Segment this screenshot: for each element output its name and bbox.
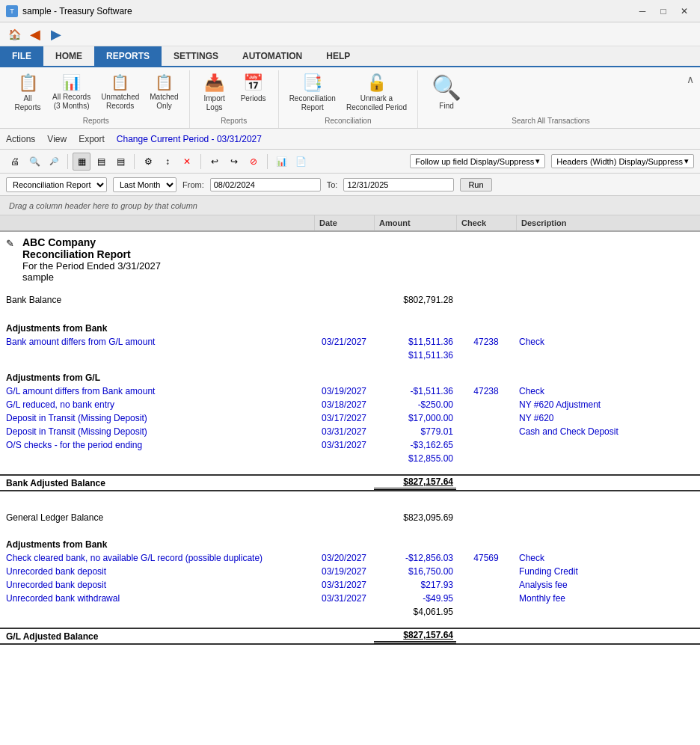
app-icon: T: [6, 5, 18, 17]
th-description[interactable]: Description: [516, 215, 700, 230]
adj-gl-row2-link[interactable]: G/L reduced, no bank entry: [6, 399, 114, 410]
adj-bank2-row3-desc[interactable]: Unrecorded bank deposit: [0, 579, 314, 591]
edit-icon[interactable]: ✎: [6, 238, 14, 249]
followup-chevron: ▾: [535, 156, 540, 166]
adj-gl-row1-desc[interactable]: G/L amount differs from Bank amount: [0, 385, 314, 397]
view-menu[interactable]: View: [47, 134, 67, 144]
adj-bank2-row1-link[interactable]: Check cleared bank, no available G/L rec…: [6, 553, 262, 563]
adj-gl-row1-link[interactable]: G/L amount differs from Bank amount: [6, 386, 155, 396]
undo-icon[interactable]: ↩: [206, 153, 224, 171]
filter-icon[interactable]: ⚙: [139, 153, 157, 171]
adj-bank-row1-link[interactable]: Bank amount differs from G/L amount: [6, 337, 155, 347]
th-check[interactable]: Check: [456, 215, 516, 230]
adj-gl-row3-desc[interactable]: Deposit in Transit (Missing Deposit): [0, 412, 314, 424]
period-select[interactable]: Last Month: [113, 177, 176, 192]
adj-bank2-row2-link[interactable]: Unrecorded bank deposit: [6, 566, 106, 577]
adj-gl-row4-desc[interactable]: Deposit in Transit (Missing Deposit): [0, 426, 314, 438]
unmatched-label: UnmatchedRecords: [101, 93, 139, 111]
print-icon[interactable]: 🖨: [6, 153, 24, 171]
find-button[interactable]: 🔍 Find: [424, 70, 469, 115]
view3-icon[interactable]: ▤: [111, 153, 129, 171]
adj-gl-row3-link[interactable]: Deposit in Transit (Missing Deposit): [6, 413, 147, 423]
periods-button[interactable]: 📅 Periods: [235, 70, 272, 115]
unmatched-records-button[interactable]: 📋 UnmatchedRecords: [96, 70, 144, 115]
adj-gl-row1-check: 47238: [456, 385, 516, 397]
report-type-select[interactable]: Reconciliation Report: [6, 177, 107, 192]
periods-label: Periods: [241, 94, 266, 103]
minimize-button[interactable]: ─: [633, 4, 652, 19]
import-logs-button[interactable]: 📥 ImportLogs: [196, 70, 233, 115]
back-icon[interactable]: ◀: [27, 26, 43, 43]
group-drag-label: Drag a column header here to group by th…: [9, 201, 197, 210]
adj-bank2-row-1: Check cleared bank, no available G/L rec…: [0, 551, 700, 565]
zoom-out-icon[interactable]: 🔎: [45, 153, 63, 171]
adj-bank2-row4-desc[interactable]: Unrecorded bank withdrawal: [0, 592, 314, 604]
ribbon-group-import: 📥 ImportLogs 📅 Periods Reports: [190, 70, 279, 128]
adj-bank-row1-desc[interactable]: Bank amount differs from G/L amount: [0, 336, 314, 348]
maximize-button[interactable]: □: [654, 4, 673, 19]
tab-file[interactable]: FILE: [0, 46, 43, 66]
recon-report-button[interactable]: 📑 ReconciliationReport: [285, 70, 340, 115]
followup-dropdown[interactable]: Follow up field Display/Suppress ▾: [410, 154, 545, 168]
table-header: Date Amount Check Description: [0, 215, 700, 232]
redo-icon[interactable]: ↪: [225, 153, 243, 171]
adj-gl-row4-check: [456, 431, 516, 432]
all-reports-button[interactable]: 📋 AllReports: [9, 70, 46, 115]
tab-reports[interactable]: REPORTS: [94, 46, 162, 66]
zoom-in-icon[interactable]: 🔍: [25, 153, 43, 171]
unmark-icon: 🔓: [366, 73, 387, 93]
stop-icon[interactable]: ⊘: [245, 153, 262, 171]
to-date-input[interactable]: [343, 178, 454, 191]
adj-bank-subtotal-empty: [0, 355, 314, 356]
view2-icon[interactable]: ▤: [92, 153, 110, 171]
adj-bank-row1-check: 47238: [456, 336, 516, 348]
adj-gl-row2-date: 03/18/2027: [314, 399, 374, 411]
adj-bank2-row-4: Unrecorded bank withdrawal 03/31/2027 -$…: [0, 592, 700, 605]
excel-icon[interactable]: 📊: [272, 153, 290, 171]
report-area[interactable]: ✎ ABC Company Reconciliation Report For …: [0, 232, 700, 745]
adj-gl-row5-link[interactable]: O/S checks - for the period ending: [6, 440, 142, 450]
adj-gl-row-4: Deposit in Transit (Missing Deposit) 03/…: [0, 425, 700, 438]
from-date-input[interactable]: [210, 178, 321, 191]
tab-automation[interactable]: AUTOMATION: [230, 46, 314, 66]
run-button[interactable]: Run: [460, 178, 491, 191]
ribbon-collapse-button[interactable]: ∧: [684, 70, 697, 128]
adj-gl-row4-link[interactable]: Deposit in Transit (Missing Deposit): [6, 426, 147, 437]
adj-gl-row5-note: [516, 444, 700, 446]
tab-home[interactable]: HOME: [43, 46, 94, 66]
headers-dropdown[interactable]: Headers (Width) Display/Suppress ▾: [551, 154, 694, 168]
sort-icon[interactable]: ↕: [159, 153, 176, 171]
adj-bank2-label: Adjustments from Bank: [0, 535, 700, 551]
pdf-icon[interactable]: 📄: [292, 153, 310, 171]
adj-bank2-row1-desc[interactable]: Check cleared bank, no available G/L rec…: [0, 552, 314, 564]
th-amount[interactable]: Amount: [374, 215, 456, 230]
th-date[interactable]: Date: [314, 215, 374, 230]
all-records-button[interactable]: 📊 All Records(3 Months): [48, 70, 95, 115]
adj-gl-row3-date: 03/17/2027: [314, 412, 374, 424]
adj-gl-row2-desc[interactable]: G/L reduced, no bank entry: [0, 399, 314, 411]
view1-icon[interactable]: ▦: [73, 153, 90, 171]
adj-bank2-row4-link[interactable]: Unrecorded bank withdrawal: [6, 593, 120, 604]
th-empty: [0, 215, 314, 230]
adj-bank2-row2-desc[interactable]: Unrecorded bank deposit: [0, 565, 314, 577]
tab-help[interactable]: HELP: [314, 46, 362, 66]
ribbon: 📋 AllReports 📊 All Records(3 Months) 📋 U…: [0, 67, 700, 129]
home-icon[interactable]: 🏠: [6, 26, 22, 43]
matched-only-button[interactable]: 📋 MatchedOnly: [145, 70, 182, 115]
close-button[interactable]: ✕: [675, 4, 694, 19]
filter-bar: Reconciliation Report Last Month From: T…: [0, 174, 700, 196]
forward-icon[interactable]: ▶: [48, 26, 64, 43]
adj-gl-subtotal-row: $12,855.00: [0, 452, 700, 465]
tab-settings[interactable]: SETTINGS: [162, 46, 230, 66]
export-menu[interactable]: Export: [79, 134, 105, 144]
adj-gl-row5-desc[interactable]: O/S checks - for the period ending: [0, 439, 314, 451]
adj-bank2-row3-note: Analysis fee: [516, 579, 700, 591]
unmark-button[interactable]: 🔓 Unmark aReconciled Period: [342, 70, 411, 115]
adj-bank2-row3-link[interactable]: Unrecorded bank deposit: [6, 580, 106, 590]
gl-balance-amount: $823,095.69: [374, 512, 456, 524]
ribbon-group-find: 🔍 Find Search All Transactions: [418, 70, 684, 128]
actions-menu[interactable]: Actions: [6, 134, 35, 144]
change-period[interactable]: Change Current Period - 03/31/2027: [117, 134, 262, 144]
bank-balance-date: [314, 299, 374, 301]
delete-icon[interactable]: ✕: [178, 153, 196, 171]
